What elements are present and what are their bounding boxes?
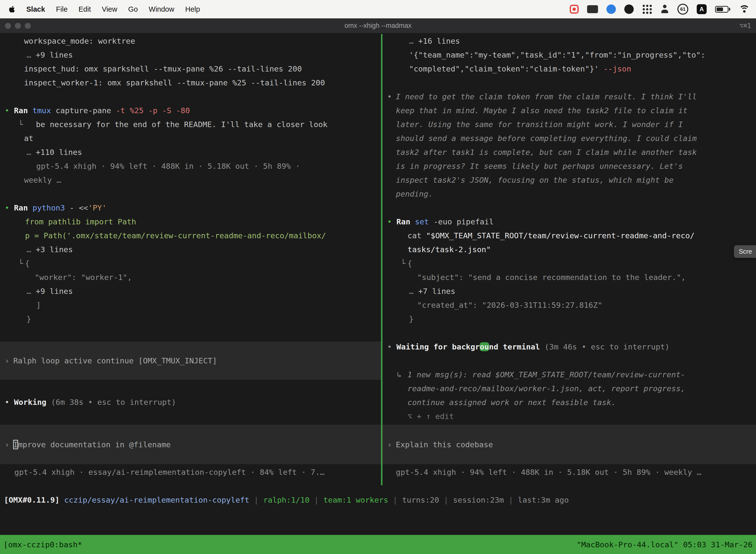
terminal-line: }	[382, 312, 756, 326]
menu-item-file[interactable]: File	[56, 5, 68, 13]
output-tick-icon: └	[18, 259, 23, 268]
dots-grid-icon[interactable]	[642, 4, 652, 14]
terminal-line: at	[0, 131, 381, 145]
omx-ralph-counter: ralph:1/10	[263, 495, 310, 504]
keyboard-icon[interactable]	[587, 5, 598, 13]
tmux-host-clock: "MacBook-Pro-44.local" 05:03 31-Mar-26	[577, 540, 753, 549]
omx-project-path: cczip/essay/ai-reimplementation-copyleft	[60, 495, 249, 504]
terminal-line	[382, 76, 756, 90]
terminal-line: … +3 lines	[0, 242, 381, 257]
spinner-highlight: ou	[480, 342, 489, 351]
apple-menu-icon[interactable]	[8, 5, 15, 13]
user-silhouette-icon[interactable]	[660, 4, 669, 14]
prompt-bar[interactable]: ›Explain this codebase	[382, 425, 756, 464]
edit-hint-line: ⌥ + ↑ edit	[382, 409, 756, 423]
pane-footer-stats: gpt-5.4 xhigh · essay/ai-reimplementatio…	[0, 465, 381, 479]
input-source-icon[interactable]: A	[697, 4, 707, 14]
screen-capture-overlay: Scre	[734, 245, 756, 258]
thinking-line: pending.	[382, 187, 756, 201]
terminal-line: … +9 lines	[0, 284, 381, 298]
terminal-line: … +7 lines	[382, 284, 756, 298]
thinking-line: should send a message before completing …	[382, 131, 756, 145]
menu-item-go[interactable]: Go	[128, 5, 138, 13]
terminal-line: └{	[382, 257, 756, 270]
terminal-line: }	[0, 312, 381, 326]
chevron-icon: ›	[5, 356, 9, 365]
terminal-line	[382, 326, 756, 340]
terminal-line: workspace_mode: worktree	[0, 34, 381, 48]
menu-item-slack[interactable]: Slack	[26, 5, 45, 13]
menu-bar-left: Slack File Edit View Go Window Help	[0, 5, 200, 13]
prompt-chevron-icon: ›	[387, 440, 392, 449]
menu-bar-status-icons: 61 A	[570, 4, 756, 15]
thinking-line: later. Using the same for transition mig…	[382, 117, 756, 131]
screen-recording-indicator-icon[interactable]	[570, 5, 579, 14]
terminal-line: weekly …	[0, 173, 381, 187]
circular-badge[interactable]: 61	[677, 4, 688, 15]
terminal-line: └{	[0, 257, 381, 270]
left-terminal-pane[interactable]: workspace_mode: worktree … +9 lines insp…	[0, 34, 381, 485]
thinking-line: is in progress? It seems likely but perh…	[382, 159, 756, 173]
prompt-bar[interactable]: ›Improve documentation in @filename	[0, 425, 381, 464]
tmux-session-window: [omx-cczip0:bash*	[3, 540, 82, 549]
battery-icon[interactable]	[715, 6, 730, 13]
terminal-line: "completed","claim_token":"claim-token"}…	[382, 62, 756, 76]
thinking-line: keep that in mind. Maybe I also need the…	[382, 104, 756, 117]
terminal-line: … +110 lines	[0, 145, 381, 159]
terminal-line	[382, 201, 756, 215]
terminal-line: … +16 lines	[382, 34, 756, 48]
terminal-line: "worker": "worker-1",	[0, 270, 381, 284]
working-status-line: • Working (6m 38s • esc to interrupt)	[0, 395, 381, 409]
terminal-line: tasks/task-2.json"	[382, 242, 756, 257]
menu-item-view[interactable]: View	[102, 5, 117, 13]
bullet-icon: •	[387, 217, 392, 226]
ran-command-line: • Ran set -euo pipefail	[382, 215, 756, 229]
prompt-chevron-icon: ›	[5, 440, 9, 449]
terminal-line	[0, 90, 381, 104]
inject-banner: ›Ralph loop active continue [OMX_TMUX_IN…	[0, 341, 381, 380]
terminal-line: … +9 lines	[0, 48, 381, 62]
terminal-line	[0, 187, 381, 201]
terminal-line: from pathlib import Path	[0, 215, 381, 229]
output-tick-icon: └	[18, 120, 23, 129]
bullet-icon: •	[387, 92, 392, 101]
thinking-line: task2 after task1 is complete, but can I…	[382, 145, 756, 159]
terminal-line: ]	[0, 298, 381, 312]
prompt-input[interactable]: Improve documentation in @filename	[13, 440, 171, 449]
terminal-line: '{"team_name":"my-team","task_id":"1","f…	[382, 48, 756, 62]
message-line: readme-and-reco/mailbox/worker-1.json, a…	[382, 382, 756, 395]
terminal-line: inspect_hud: omx sparkshell --tmux-pane …	[0, 62, 381, 76]
omx-team-workers: team:1 workers	[323, 495, 388, 504]
menu-item-help[interactable]: Help	[185, 5, 200, 13]
terminal-line: p = Path('.omx/state/team/review-current…	[0, 229, 381, 242]
output-tick-icon: └	[401, 259, 405, 268]
thinking-line: •I need to get the claim token from the …	[382, 90, 756, 104]
pane-footer-stats: gpt-5.4 xhigh · 94% left · 488K in · 5.1…	[382, 465, 756, 479]
blue-app-icon[interactable]	[607, 4, 616, 14]
terminal-line: inspect_worker-1: omx sparkshell --tmux-…	[0, 76, 381, 90]
bullet-icon: •	[5, 106, 9, 115]
terminal-line: "created_at": "2026-03-31T11:59:27.816Z"	[382, 298, 756, 312]
dark-app-icon[interactable]	[624, 4, 634, 14]
terminal-line	[382, 354, 756, 368]
ran-command-line: • Ran python3 - <<'PY'	[0, 201, 381, 215]
window-title: omx --xhigh --madmax	[0, 22, 756, 30]
window-shortcut-badge: ⌥⌘1	[739, 22, 751, 30]
text-cursor: I	[13, 440, 18, 449]
omx-version: [OMX#0.11.9]	[4, 495, 60, 504]
omx-session-time: session:23m	[453, 495, 504, 504]
terminal-window: workspace_mode: worktree … +9 lines insp…	[0, 33, 756, 554]
terminal-line: gpt-5.4 xhigh · 94% left · 488K in · 5.1…	[0, 159, 381, 173]
wifi-icon[interactable]	[739, 5, 750, 13]
waiting-status-line: • Waiting for background terminal (3m 46…	[382, 340, 756, 354]
prompt-input[interactable]: Explain this codebase	[396, 440, 493, 449]
window-title-bar[interactable]: omx --xhigh --madmax ⌥⌘1	[0, 18, 756, 33]
menu-item-edit[interactable]: Edit	[79, 5, 91, 13]
bullet-icon: •	[387, 342, 392, 351]
return-arrow-icon: ↳	[397, 370, 401, 379]
menu-item-window[interactable]: Window	[149, 5, 174, 13]
menu-bar: Slack File Edit View Go Window Help 61 A	[0, 0, 756, 18]
thinking-line: inspect task2's JSON, focusing on the st…	[382, 173, 756, 187]
bullet-icon: •	[5, 203, 9, 212]
right-terminal-pane[interactable]: … +16 lines '{"team_name":"my-team","tas…	[382, 34, 756, 485]
